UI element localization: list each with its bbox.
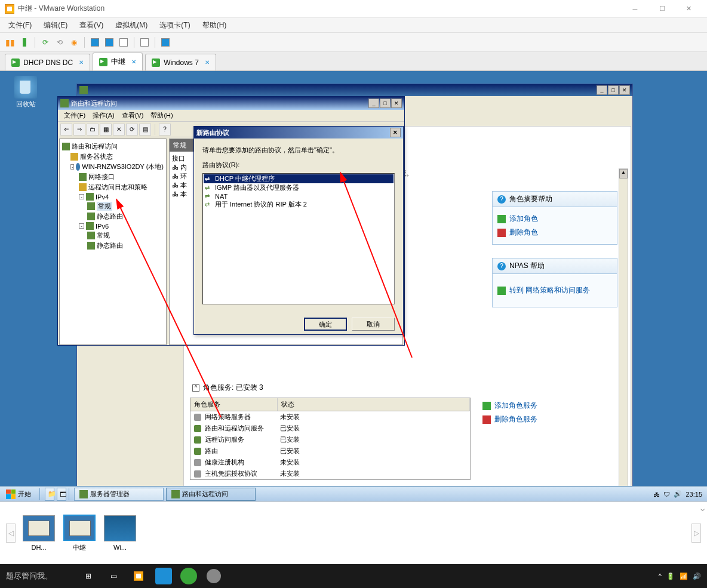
quick-launch[interactable]: 📁 xyxy=(45,488,54,501)
expander-icon[interactable]: - xyxy=(70,164,74,170)
tree-ipv6[interactable]: -IPv6 xyxy=(62,221,164,230)
tab-close-icon[interactable]: ✕ xyxy=(205,59,210,66)
tree-status[interactable]: 服务器状态 xyxy=(62,152,164,162)
add-role-svc-link[interactable]: 添加角色服务 xyxy=(482,399,537,412)
up-icon[interactable]: 🗀 xyxy=(87,124,99,136)
col-name[interactable]: 角色服务 xyxy=(190,398,278,411)
srvmgr-max-button[interactable]: □ xyxy=(608,85,619,95)
dialog-close-button[interactable]: ✕ xyxy=(390,128,401,137)
rras-menu-view[interactable]: 查看(V) xyxy=(118,111,147,120)
tray-icon[interactable]: ^ xyxy=(659,572,662,580)
tree-root[interactable]: 路由和远程访问 xyxy=(62,141,164,152)
thumb-relay[interactable]: 中继 xyxy=(62,515,97,552)
menu-edit[interactable]: 编辑(E) xyxy=(38,19,73,32)
dialog-titlebar[interactable]: 新路由协议 ✕ xyxy=(194,127,403,138)
view1-icon[interactable] xyxy=(88,36,102,49)
vm-desktop[interactable]: 回收站 服务器管理器 _ □ ✕ 能。 ? 角色摘要帮助 添加角色 删 xyxy=(0,71,707,489)
collapse-icon[interactable]: ^ xyxy=(192,384,199,392)
col-status[interactable]: 状态 xyxy=(278,398,470,411)
view2-icon[interactable] xyxy=(103,36,116,49)
thumb-prev-button[interactable]: ◁ xyxy=(6,524,16,543)
tray-icon[interactable]: 🛡 xyxy=(663,491,670,498)
npas-goto-link[interactable]: 转到 网络策略和访问服务 xyxy=(497,284,612,297)
thumb-dhcp[interactable]: DH... xyxy=(21,515,56,551)
tray-icon[interactable]: 🔊 xyxy=(693,572,701,580)
back-icon[interactable]: ⇐ xyxy=(60,124,72,136)
rras-titlebar[interactable]: 路由和远程访问 _ □ ✕ xyxy=(58,97,404,110)
tree-ipv6-static[interactable]: 静态路由 xyxy=(62,241,164,251)
win-taskbar[interactable]: 开始 📁 🗔 服务器管理器 路由和远程访问 🖧 🛡 🔊 23:15 xyxy=(0,486,707,501)
cortana-search[interactable]: 题尽管问我。 xyxy=(0,571,59,581)
srvmgr-titlebar[interactable]: 服务器管理器 _ □ ✕ xyxy=(77,84,632,96)
new-protocol-dialog[interactable]: 新路由协议 ✕ 请单击您要添加的路由协议，然后单击"确定"。 路由协议(R): … xyxy=(193,126,404,335)
pinned-app[interactable] xyxy=(202,564,226,588)
table-row[interactable]: 路由和远程访问服务已安装 xyxy=(190,423,470,434)
table-row[interactable]: 主机凭据授权协议未安装 xyxy=(190,468,470,479)
tray-icon[interactable]: 📶 xyxy=(680,572,688,580)
task-srvmgr[interactable]: 服务器管理器 xyxy=(74,488,164,501)
props-icon[interactable]: ▦ xyxy=(100,124,112,136)
close-button[interactable]: ✕ xyxy=(675,0,702,18)
protocol-list[interactable]: DHCP 中继代理程序IGMP 路由器以及代理服务器NAT用于 Internet… xyxy=(202,173,395,304)
tab-close-icon[interactable]: ✕ xyxy=(131,59,136,65)
tab-windows7[interactable]: Windows 7 ✕ xyxy=(145,54,216,70)
rras-close-button[interactable]: ✕ xyxy=(391,98,402,108)
tab-relay[interactable]: 中继 ✕ xyxy=(93,53,143,70)
rras-max-button[interactable]: □ xyxy=(380,98,391,108)
menu-vm[interactable]: 虚拟机(M) xyxy=(109,19,153,32)
revert-icon[interactable]: ◉ xyxy=(67,36,81,49)
menu-tabs[interactable]: 选项卡(T) xyxy=(153,19,196,32)
tree-ipv4-general[interactable]: 常规 xyxy=(62,201,164,211)
tab-dhcp-dns-dc[interactable]: DHCP DNS DC ✕ xyxy=(5,54,90,70)
refresh-icon[interactable]: ⟳ xyxy=(126,124,138,136)
help-icon[interactable]: ? xyxy=(159,124,171,136)
pinned-app[interactable] xyxy=(152,564,176,588)
snapshot-mgr-icon[interactable]: ⟲ xyxy=(53,36,66,49)
menu-file[interactable]: 文件(F) xyxy=(2,19,38,32)
tree-ipv4[interactable]: -IPv4 xyxy=(62,192,164,201)
pinned-app[interactable] xyxy=(177,564,201,588)
tree-ipv6-general[interactable]: 常规 xyxy=(62,230,164,241)
pinned-app[interactable]: ▭ xyxy=(102,564,125,588)
thumb-win7[interactable]: Wi... xyxy=(103,515,137,551)
del-icon[interactable]: ✕ xyxy=(113,124,125,136)
tray-icon[interactable]: 🔋 xyxy=(666,572,675,580)
remove-role-svc-link[interactable]: 删除角色服务 xyxy=(482,412,537,426)
power-off-icon[interactable] xyxy=(18,36,31,49)
protocol-item[interactable]: 用于 Internet 协议的 RIP 版本 2 xyxy=(204,200,394,209)
add-role-link[interactable]: 添加角色 xyxy=(497,212,612,226)
remove-role-link[interactable]: 删除角色 xyxy=(497,226,612,239)
recycle-bin[interactable]: 回收站 xyxy=(14,76,37,109)
rras-min-button[interactable]: _ xyxy=(368,98,379,108)
system-tray[interactable]: 🖧 🛡 🔊 23:15 xyxy=(648,490,707,498)
rras-tree[interactable]: 路由和远程访问 服务器状态 -WIN-RNZWS3IO2DY (本地) 网络接口… xyxy=(59,138,167,345)
srvmgr-close-button[interactable]: ✕ xyxy=(619,85,630,95)
cancel-button[interactable]: 取消 xyxy=(352,318,395,331)
start-button[interactable]: 开始 xyxy=(0,487,37,501)
rras-menu-action[interactable]: 操作(A) xyxy=(89,111,118,120)
expander-icon[interactable]: - xyxy=(79,223,84,229)
protocol-item[interactable]: DHCP 中继代理程序 xyxy=(204,174,394,183)
table-row[interactable]: 远程访问服务已安装 xyxy=(190,434,470,445)
minimize-button[interactable]: ─ xyxy=(622,0,648,18)
tree-log[interactable]: 远程访问日志和策略 xyxy=(62,182,164,192)
ok-button[interactable]: 确定 xyxy=(304,318,347,331)
table-row[interactable]: 路由已安装 xyxy=(190,445,470,457)
tree-ipv4-static[interactable]: 静态路由 xyxy=(62,211,164,221)
maximize-button[interactable]: ☐ xyxy=(648,0,675,18)
power-on-icon[interactable]: ▮▮ xyxy=(4,36,17,49)
host-tray[interactable]: ^ 🔋 📶 🔊 xyxy=(653,572,707,580)
tray-icon[interactable]: 🖧 xyxy=(653,491,660,498)
protocol-item[interactable]: IGMP 路由器以及代理服务器 xyxy=(204,183,394,192)
protocol-item[interactable]: NAT xyxy=(204,192,394,200)
host-taskbar[interactable]: 题尽管问我。 ⊞ ▭ ^ 🔋 📶 🔊 xyxy=(0,564,707,588)
tree-server[interactable]: -WIN-RNZWS3IO2DY (本地) xyxy=(62,162,164,172)
menu-view[interactable]: 查看(V) xyxy=(73,19,109,32)
task-rras[interactable]: 路由和远程访问 xyxy=(166,488,256,501)
role-svc-header[interactable]: ^ 角色服务: 已安装 3 xyxy=(190,380,668,395)
expander-icon[interactable]: - xyxy=(79,194,84,199)
menu-help[interactable]: 帮助(H) xyxy=(196,19,233,32)
unity-icon[interactable] xyxy=(138,36,151,49)
rras-menu-file[interactable]: 文件(F) xyxy=(60,111,89,120)
fwd-icon[interactable]: ⇒ xyxy=(73,124,85,136)
